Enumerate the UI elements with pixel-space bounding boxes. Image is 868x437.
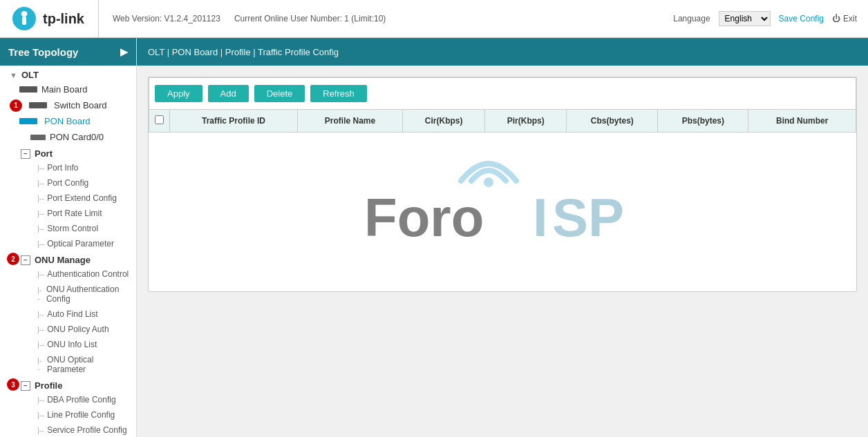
- online-users: Current Online User Number: 1 (Limit:10): [234, 14, 386, 23]
- breadcrumb: OLT | PON Board | Profile | Traffic Prof…: [148, 47, 339, 57]
- device-icon-pon: [19, 118, 37, 124]
- header-info: Web Version: V1.2.4_201123 Current Onlin…: [99, 14, 673, 23]
- svg-rect-1: [22, 17, 26, 25]
- col-profile-name: Profile Name: [297, 110, 402, 133]
- sidebar-item-auto-find-list[interactable]: Auto Find List: [0, 307, 136, 322]
- watermark-area: Foro I SP: [149, 133, 856, 291]
- sidebar-item-dba-profile[interactable]: DBA Profile Config: [0, 392, 136, 407]
- exit-button[interactable]: ⏻ Exit: [832, 14, 857, 23]
- save-config-button[interactable]: Save Config: [779, 14, 824, 23]
- logo-area: tp-link: [11, 0, 99, 37]
- badge-2: 2: [7, 253, 19, 265]
- sidebar-item-pon-board[interactable]: PON Board: [0, 113, 136, 129]
- col-cbs: Cbs(bytes): [567, 110, 658, 133]
- button-row: Apply Add Delete Refresh: [149, 77, 856, 109]
- web-version: Web Version: V1.2.4_201123: [113, 14, 220, 23]
- header-right: Language English Chinese Save Config ⏻ E…: [673, 11, 857, 26]
- device-icon-pon-card: [30, 135, 46, 140]
- sidebar-item-olt[interactable]: ▼ OLT: [0, 66, 136, 81]
- sidebar-item-onu-info-list[interactable]: ONU Info List: [0, 337, 136, 352]
- sidebar-section-port[interactable]: − Port: [0, 145, 136, 160]
- sidebar-item-port-info[interactable]: Port Info: [0, 160, 136, 175]
- apply-button[interactable]: Apply: [155, 85, 202, 102]
- badge-1: 1: [10, 99, 22, 112]
- col-pbs: Pbs(bytes): [658, 110, 748, 133]
- sidebar-section-profile[interactable]: 3 − Profile: [0, 377, 136, 392]
- col-checkbox: [149, 110, 170, 133]
- minus-box-profile: −: [21, 381, 30, 391]
- col-pir: Pir(Kbps): [485, 110, 567, 133]
- device-icon-main: [19, 86, 37, 93]
- breadcrumb-bar: OLT | PON Board | Profile | Traffic Prof…: [137, 38, 868, 66]
- select-all-checkbox[interactable]: [155, 115, 164, 124]
- content-area: OLT | PON Board | Profile | Traffic Prof…: [137, 38, 868, 437]
- tree-topology-title: Tree Topology: [8, 46, 78, 58]
- sidebar-section-onu-manage[interactable]: 2 − ONU Manage: [0, 251, 136, 266]
- tp-link-logo: [11, 6, 37, 32]
- sidebar-item-auth-control[interactable]: Authentication Control: [0, 266, 136, 282]
- sidebar-item-switch-board[interactable]: 1 Switch Board: [0, 97, 136, 113]
- page-content: Apply Add Delete Refresh Traffic Profile…: [137, 66, 868, 437]
- minus-icon: ▼: [10, 71, 17, 79]
- sidebar-item-port-extend-config[interactable]: Port Extend Config: [0, 191, 136, 206]
- sidebar-item-storm-control[interactable]: Storm Control: [0, 221, 136, 236]
- delete-button[interactable]: Delete: [254, 85, 305, 102]
- collapse-arrow-icon[interactable]: ▶: [120, 46, 128, 57]
- header: tp-link Web Version: V1.2.4_201123 Curre…: [0, 0, 868, 38]
- power-icon: ⏻: [832, 14, 840, 23]
- tree-topology-header: Tree Topology ▶: [0, 38, 136, 66]
- sidebar-item-optical-parameter[interactable]: Optical Parameter: [0, 236, 136, 251]
- sidebar-item-pon-card[interactable]: PON Card0/0: [0, 129, 136, 145]
- badge-3: 3: [7, 378, 19, 391]
- table-container: Apply Add Delete Refresh Traffic Profile…: [148, 77, 857, 292]
- sidebar: Tree Topology ▶ ▼ OLT Main Board 1 Switc…: [0, 38, 137, 437]
- language-select[interactable]: English Chinese: [719, 11, 771, 26]
- add-button[interactable]: Add: [208, 85, 249, 102]
- sidebar-item-onu-auth-config[interactable]: ONU Authentication Config: [0, 282, 136, 307]
- data-table: Traffic Profile ID Profile Name Cir(Kbps…: [149, 109, 856, 133]
- sidebar-item-port-config[interactable]: Port Config: [0, 175, 136, 191]
- sidebar-item-onu-policy-auth[interactable]: ONU Policy Auth: [0, 322, 136, 337]
- minus-box-onu: −: [21, 255, 30, 265]
- svg-text:Foro: Foro: [364, 187, 484, 248]
- sidebar-tree: ▼ OLT Main Board 1 Switch Board PON Boar…: [0, 66, 136, 437]
- foroisp-watermark: Foro I SP: [350, 160, 654, 264]
- sidebar-item-port-rate-limit[interactable]: Port Rate Limit: [0, 206, 136, 221]
- refresh-button[interactable]: Refresh: [310, 85, 367, 102]
- col-cir: Cir(Kbps): [403, 110, 485, 133]
- col-bind-number: Bind Number: [748, 110, 856, 133]
- col-traffic-profile-id: Traffic Profile ID: [170, 110, 298, 133]
- brand-name: tp-link: [43, 11, 84, 27]
- device-icon-switch: [29, 102, 47, 108]
- svg-text:SP: SP: [552, 187, 624, 248]
- sidebar-item-onu-optical-param[interactable]: ONU Optical Parameter: [0, 352, 136, 377]
- svg-text:I: I: [533, 187, 548, 248]
- sidebar-item-line-profile[interactable]: Line Profile Config: [0, 407, 136, 423]
- sidebar-item-main-board[interactable]: Main Board: [0, 81, 136, 97]
- language-label: Language: [673, 14, 710, 23]
- svg-point-2: [484, 177, 493, 187]
- sidebar-item-service-profile[interactable]: Service Profile Config: [0, 423, 136, 437]
- minus-box-port: −: [21, 149, 30, 159]
- main-layout: Tree Topology ▶ ▼ OLT Main Board 1 Switc…: [0, 38, 868, 437]
